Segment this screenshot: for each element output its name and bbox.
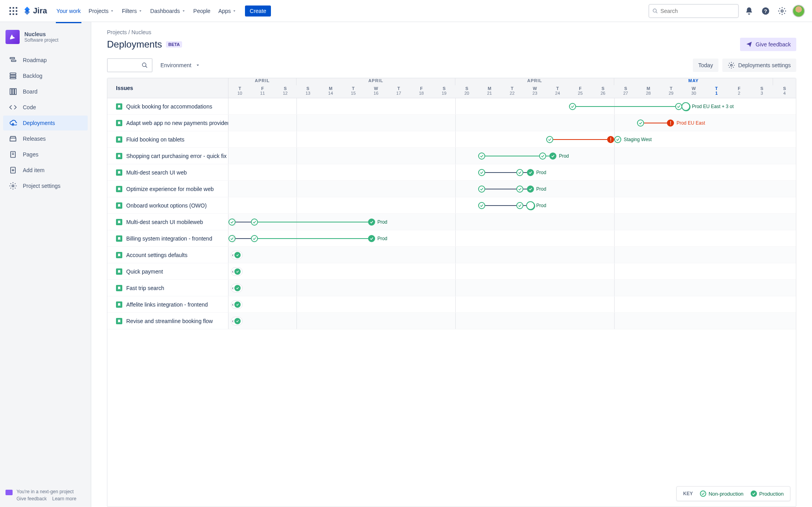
issue-cell[interactable]: Affelite links integration - frontend	[107, 296, 228, 312]
deployment-segment[interactable]: Prod	[546, 152, 569, 160]
issue-cell[interactable]: Account settings defaults	[107, 247, 228, 263]
key-legend: KEY Non-production Production	[676, 486, 790, 501]
footer-feedback-link[interactable]: Give feedback	[17, 496, 47, 501]
apps-switcher-icon[interactable]	[7, 5, 20, 17]
deployment-segment[interactable]: !Prod EU East	[637, 119, 705, 127]
table-row: Quick payment‹	[107, 263, 796, 280]
issue-cell[interactable]: Fluid booking on tablets	[107, 131, 228, 147]
story-icon	[116, 202, 122, 209]
table-row: Optimize experience for mobile webProd	[107, 181, 796, 197]
global-search[interactable]	[648, 4, 739, 18]
deployment-segment[interactable]: Staging West	[614, 136, 637, 143]
project-header[interactable]: Nucleus Software project	[0, 30, 91, 52]
svg-rect-17	[10, 75, 16, 77]
deployment-segment[interactable]: Prod	[523, 202, 546, 209]
deployment-segment[interactable]: Prod EU East + 3 ot	[682, 103, 705, 110]
svg-text:?: ?	[764, 8, 767, 14]
nav-filters[interactable]: Filters	[118, 6, 146, 17]
avatar[interactable]	[792, 5, 805, 17]
issue-cell[interactable]: Billing system integration - frontend	[107, 230, 228, 246]
issue-cell[interactable]: Adapt web app no new payments provider	[107, 115, 228, 131]
nav-projects[interactable]: Projects	[85, 6, 118, 17]
deployment-segment[interactable]	[569, 103, 683, 110]
jira-logo[interactable]: Jira	[23, 6, 47, 15]
sidebar-item-deployments[interactable]: Deployments	[3, 116, 88, 130]
nav-people[interactable]: People	[190, 6, 215, 17]
svg-rect-2	[16, 7, 17, 9]
give-feedback-button[interactable]: Give feedback	[740, 38, 797, 51]
timeline-cell: ‹Prod	[228, 230, 796, 246]
deployment-segment[interactable]: Prod	[258, 235, 387, 242]
beta-badge: BETA	[166, 41, 182, 48]
timeline: Issues APRILAPRILAPRILMAY T10F11S12S13M1…	[107, 78, 796, 507]
deployment-segment[interactable]	[478, 152, 546, 160]
sidebar-item-project-settings[interactable]: Project settings	[3, 178, 88, 193]
offscreen-chevron[interactable]: ‹	[231, 300, 243, 309]
offscreen-chevron[interactable]: ‹	[231, 251, 243, 259]
issue-cell[interactable]: Quick booking for accommodations	[107, 98, 228, 114]
nextgen-icon	[6, 490, 13, 495]
svg-rect-0	[9, 7, 11, 9]
settings-icon[interactable]	[776, 5, 788, 17]
deployment-segment[interactable]	[478, 202, 523, 209]
deployment-segment[interactable]	[478, 186, 523, 193]
timeline-header: Issues APRILAPRILAPRILMAY T10F11S12S13M1…	[107, 78, 796, 98]
svg-rect-3	[9, 10, 11, 12]
board-icon	[9, 88, 17, 96]
timeline-cell: Prod	[228, 181, 796, 197]
deployment-segment[interactable]	[478, 169, 523, 176]
nav-your-work[interactable]: Your work	[53, 6, 85, 17]
crumb-project[interactable]: Nucleus	[131, 29, 151, 35]
issue-cell[interactable]: Multi-dest search UI web	[107, 164, 228, 180]
svg-rect-18	[10, 77, 16, 79]
search-input[interactable]	[660, 8, 735, 14]
deployment-segment[interactable]: !	[546, 136, 614, 143]
sidebar-item-backlog[interactable]: Backlog	[3, 68, 88, 83]
create-button[interactable]: Create	[245, 6, 271, 17]
nav-apps[interactable]: Apps	[214, 6, 240, 17]
sidebar-item-add-item[interactable]: Add item	[3, 163, 88, 178]
sidebar-item-code[interactable]: Code	[3, 100, 88, 115]
deployment-segment[interactable]: Prod	[523, 169, 546, 176]
offscreen-chevron[interactable]: ‹	[231, 317, 243, 325]
sidebar-item-releases[interactable]: Releases	[3, 131, 88, 146]
code-icon	[9, 103, 17, 111]
issue-cell[interactable]: Multi-dest search UI mobileweb	[107, 214, 228, 230]
crumb-projects[interactable]: Projects	[107, 29, 127, 35]
issue-cell[interactable]: Fast trip search	[107, 280, 228, 296]
deployment-segment[interactable]: Prod	[523, 186, 546, 193]
notifications-icon[interactable]	[743, 5, 755, 17]
table-row: Affelite links integration - frontend‹	[107, 296, 796, 313]
footer-learn-link[interactable]: Learn more	[52, 496, 76, 501]
timeline-cell: Prod EU East + 3 ot	[228, 98, 796, 114]
svg-point-28	[12, 185, 14, 187]
deployments-settings-button[interactable]: Deployments settings	[722, 59, 796, 72]
sidebar-item-board[interactable]: Board	[3, 84, 88, 99]
filter-search[interactable]	[107, 58, 153, 72]
issue-cell[interactable]: Shopping cart purchasing error - quick f…	[107, 148, 228, 164]
sidebar-item-pages[interactable]: Pages	[3, 147, 88, 162]
environment-dropdown[interactable]: Environment	[160, 62, 200, 68]
table-row: Quick booking for accommodationsProd EU …	[107, 98, 796, 115]
svg-point-31	[731, 64, 733, 66]
issue-cell[interactable]: Optimize experience for mobile web	[107, 181, 228, 197]
toolbar: Environment Today Deployments settings	[107, 58, 796, 72]
offscreen-chevron[interactable]: ‹	[231, 284, 243, 292]
table-row: Fluid booking on tablets!Staging West	[107, 131, 796, 148]
help-icon[interactable]: ?	[759, 5, 772, 17]
content: Projects / Nucleus Deployments BETA Give…	[91, 22, 812, 507]
deployment-segment[interactable]	[228, 219, 258, 226]
issue-cell[interactable]: Quick payment	[107, 263, 228, 279]
issue-cell[interactable]: Revise and streamline booking flow	[107, 313, 228, 329]
today-button[interactable]: Today	[693, 59, 718, 72]
footer-line: You're in a next-gen project	[17, 489, 76, 494]
issue-cell[interactable]: Onboard workout options (OWO)	[107, 197, 228, 213]
gear-icon	[728, 62, 735, 69]
nav-dashboards[interactable]: Dashboards	[146, 6, 190, 17]
deployment-segment[interactable]	[228, 235, 258, 242]
deployment-segment[interactable]: Prod	[258, 219, 387, 226]
releases-icon	[9, 135, 17, 143]
timeline-cell: !Staging West	[228, 131, 796, 147]
offscreen-chevron[interactable]: ‹	[231, 267, 243, 276]
sidebar-item-roadmap[interactable]: Roadmap	[3, 53, 88, 68]
